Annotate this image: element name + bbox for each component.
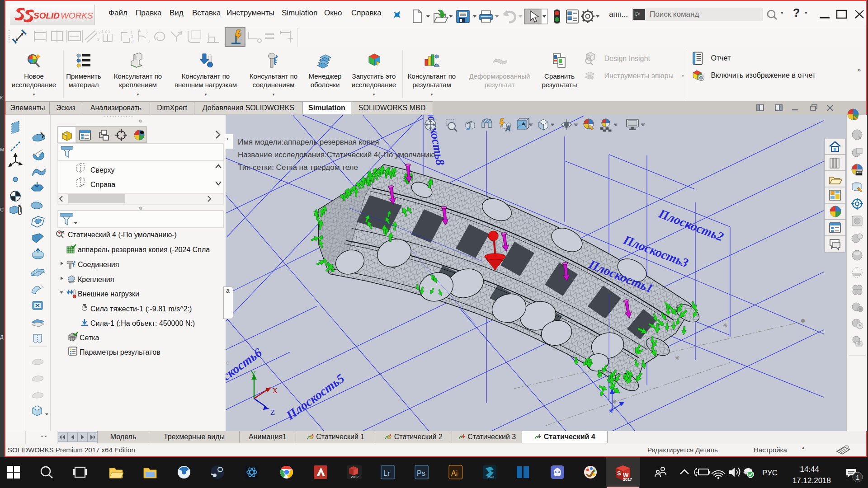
svg-text:Параметры результатов: Параметры результатов	[80, 348, 160, 356]
svg-text:Статический 4 (-По умолчанию-): Статический 4 (-По умолчанию-)	[68, 231, 177, 239]
svg-text:Y: Y	[250, 369, 256, 378]
svg-text:S: S	[617, 470, 621, 477]
svg-text:Название исследования:Статичес: Название исследования:Статический 4(-По …	[238, 150, 438, 159]
svg-text:Справа: Справа	[90, 181, 115, 188]
svg-text:1 2: 1 2	[95, 30, 101, 34]
svg-text:2: 2	[146, 31, 148, 35]
svg-text:1: 1	[138, 28, 141, 33]
svg-text:Крепления: Крепления	[78, 276, 114, 283]
svg-text:Соединения: Соединения	[78, 261, 119, 268]
svg-text:2017: 2017	[351, 475, 359, 479]
svg-text:3: 3	[97, 37, 99, 42]
svg-text:аппарель резервная копия (-202: аппарель резервная копия (-2024 Спла	[78, 246, 210, 253]
svg-text:3: 3	[131, 40, 133, 44]
svg-text:Ai: Ai	[451, 469, 458, 477]
svg-text:X: X	[272, 386, 278, 395]
svg-text:A: A	[505, 125, 511, 132]
svg-text:14:44: 14:44	[800, 465, 819, 474]
svg-text:Ps: Ps	[417, 469, 425, 477]
svg-text:MAX: MAX	[487, 475, 495, 479]
svg-text:17.12.2018: 17.12.2018	[793, 476, 831, 485]
svg-text:Сила тяжести-1 (:-9.81 m/s^2:): Сила тяжести-1 (:-9.81 m/s^2:)	[90, 305, 192, 313]
svg-text:Сила-1 (:На объект: 450000 N:): Сила-1 (:На объект: 450000 N:)	[90, 319, 195, 327]
svg-text:Сверху: Сверху	[90, 166, 115, 174]
svg-text:Сетка: Сетка	[80, 334, 99, 342]
svg-text:Тип сетки: Сетка на твердом те: Тип сетки: Сетка на твердом теле	[238, 163, 358, 172]
svg-text:2: 2	[131, 34, 133, 39]
svg-text:1 2 3: 1 2 3	[101, 29, 110, 33]
svg-text:Z: Z	[270, 408, 275, 417]
svg-text:1: 1	[856, 474, 859, 481]
svg-text:3: 3	[147, 39, 150, 43]
svg-text:SOLID: SOLID	[33, 11, 60, 20]
svg-text:WORKS: WORKS	[61, 11, 93, 20]
svg-text:2017: 2017	[623, 477, 632, 482]
svg-text:РУС: РУС	[762, 469, 778, 477]
svg-text:Имя модели:аппарель резервная: Имя модели:аппарель резервная копия	[238, 138, 379, 146]
svg-text:1: 1	[130, 30, 132, 34]
svg-text:Lr: Lr	[383, 469, 390, 477]
svg-text:Внешние нагрузки: Внешние нагрузки	[78, 290, 139, 298]
